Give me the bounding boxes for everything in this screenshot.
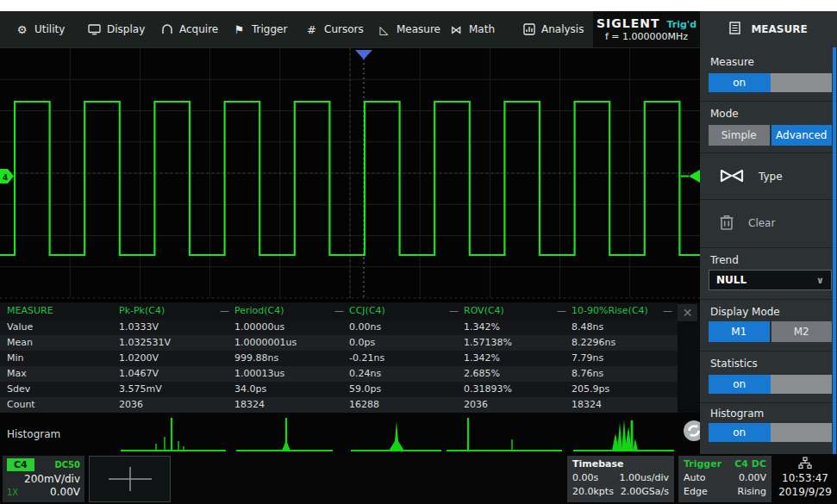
cell-mean-col1: 1.032531V [119, 335, 234, 351]
menu-item-display[interactable]: Display [88, 23, 160, 36]
row-label-value: Value [0, 320, 119, 335]
chevron-down-icon: ∨ [816, 275, 824, 286]
menu-item-label: Measure [397, 23, 440, 35]
menu-item-measure[interactable]: ◺Measure [378, 23, 450, 36]
histogram-segment-1 [121, 418, 226, 451]
trend-value: NULL [716, 274, 746, 286]
acquire-icon [160, 23, 173, 36]
trigger-status-badge: Trig'd [666, 19, 696, 30]
trigger-box[interactable]: TriggerC4 DC Auto0.00V EdgeRising [678, 456, 771, 502]
trigger-mode: Auto [684, 472, 706, 483]
cell-value-col3: 0.00ns [349, 320, 464, 335]
menu-item-analysis[interactable]: Analysis [522, 23, 595, 36]
trigger-slope: Rising [738, 486, 766, 497]
trigger-title: Trigger [684, 458, 721, 470]
measure-toggle-on: on [709, 73, 771, 92]
row-label-count: Count [0, 397, 119, 413]
type-button[interactable]: Type [700, 158, 837, 196]
gear-icon: ⚙ [16, 23, 28, 36]
trend-select[interactable]: NULL ∨ [709, 270, 832, 290]
histogram-segment-5 [573, 420, 674, 451]
measure-toggle-off [771, 73, 833, 92]
cell-value-col2: 1.00000us [234, 320, 349, 335]
histogram-toggle[interactable]: on [709, 423, 832, 442]
mode-label: Mode [710, 108, 739, 120]
mode-simple-button[interactable]: Simple [709, 125, 770, 146]
display-mode-segment: M1 M2 [709, 321, 832, 342]
menu-item-trigger[interactable]: ⚑Trigger [233, 23, 305, 36]
statistics-toggle-on: on [709, 375, 771, 394]
trend-label: Trend [710, 254, 739, 266]
menu-item-utility[interactable]: ⚙Utility [16, 23, 88, 36]
column-header-4[interactable]: ROV(C4)— [464, 302, 572, 320]
display-mode-m2-button[interactable]: M2 [771, 321, 833, 342]
frequency-counter: f = 1.000000MHz [605, 31, 688, 42]
panel-title: MEASURE [700, 11, 837, 47]
cell-count-col2: 18324 [234, 397, 349, 413]
cell-sdev-col1: 3.575mV [119, 382, 234, 397]
display-mode-m1-button[interactable]: M1 [709, 321, 770, 342]
menu-item-label: Utility [34, 23, 65, 35]
column-dash: — [557, 302, 566, 320]
channel-probe: 1X [7, 488, 18, 497]
add-channel-box[interactable] [89, 456, 171, 502]
timebase-points: 20.0kpts [572, 486, 614, 497]
cell-sdev-col4: 0.31893% [464, 382, 572, 397]
display-mode-label: Display Mode [710, 306, 780, 318]
menu-item-label: Display [107, 23, 145, 35]
clock-time: 10:53:47 [773, 472, 837, 484]
cell-count-col3: 16288 [349, 397, 464, 413]
channel-offset-marker[interactable]: 4 [0, 169, 14, 184]
cell-max-col5: 8.76ns [572, 366, 678, 382]
channel-coupling: DC50 [54, 460, 80, 470]
waveform-svg: 4 [0, 48, 700, 300]
close-table-button[interactable]: ✕ [678, 304, 697, 321]
cell-value-col1: 1.0333V [119, 320, 234, 335]
cell-min-col1: 1.0200V [119, 351, 234, 366]
network-icon [773, 457, 837, 470]
channel-descriptor-box[interactable]: C4 DC50 200mV/div 1X 0.00V [3, 456, 84, 502]
statistics-toggle-off [771, 375, 833, 394]
timebase-delay: 0.00s [572, 472, 598, 483]
channel-scale: 200mV/div [7, 473, 80, 485]
histogram-segment-4 [447, 418, 562, 451]
display-icon [88, 23, 101, 36]
column-dash: — [663, 302, 672, 320]
row-label-mean: Mean [0, 335, 119, 351]
cell-mean-col2: 1.0000001us [234, 335, 349, 351]
cell-max-col1: 1.0467V [119, 366, 234, 382]
column-header-3[interactable]: CCJ(C4)— [349, 302, 464, 320]
column-header-5[interactable]: 10-90%Rise(C4)— [572, 302, 678, 320]
histogram-toggle-on: on [709, 423, 771, 442]
menu-item-acquire[interactable]: Acquire [160, 23, 233, 36]
mode-advanced-button[interactable]: Advanced [771, 125, 833, 146]
menu-item-label: Acquire [179, 23, 218, 35]
histogram-label: Histogram [710, 408, 764, 420]
column-header-1[interactable]: Pk-Pk(C4)— [119, 302, 234, 320]
oscilloscope-screen: ⚙UtilityDisplayAcquire⚑Trigger#Cursors◺M… [0, 11, 837, 504]
status-bar: C4 DC50 200mV/div 1X 0.00V Timebase 0.00… [0, 454, 837, 504]
measure-toggle[interactable]: on [709, 73, 832, 92]
cell-count-col4: 2036 [464, 397, 572, 413]
statistics-toggle[interactable]: on [709, 375, 832, 394]
menu-item-label: Math [469, 23, 495, 35]
timebase-box[interactable]: Timebase 0.00s1.00us/div 20.0kpts2.00GSa… [567, 456, 674, 502]
clear-label: Clear [748, 217, 775, 229]
trigger-type: Edge [684, 486, 708, 497]
cell-mean-col3: 0.0ps [349, 335, 464, 351]
menu-item-cursors[interactable]: #Cursors [305, 23, 378, 36]
trigger-level-marker[interactable] [681, 170, 700, 183]
measurement-table: MEASUREPk-Pk(C4)—Period(C4)—CCJ(C4)—ROV(… [0, 302, 700, 413]
column-header-2[interactable]: Period(C4)— [234, 302, 349, 320]
trigger-position-marker[interactable] [355, 50, 372, 59]
cursors-icon: # [305, 23, 318, 36]
trash-icon [719, 214, 734, 233]
menu-item-math[interactable]: ⋈Math [450, 23, 522, 36]
analysis-icon [522, 23, 535, 36]
measure-settings-panel: Measure on Mode Simple Advanced Type [700, 47, 837, 454]
clear-button[interactable]: Clear [700, 204, 837, 242]
sidebar-scrollbar[interactable] [833, 47, 836, 454]
cell-sdev-col2: 34.0ps [234, 382, 349, 397]
cell-sdev-col3: 59.0ps [349, 382, 464, 397]
histogram-segment-3 [351, 421, 441, 451]
